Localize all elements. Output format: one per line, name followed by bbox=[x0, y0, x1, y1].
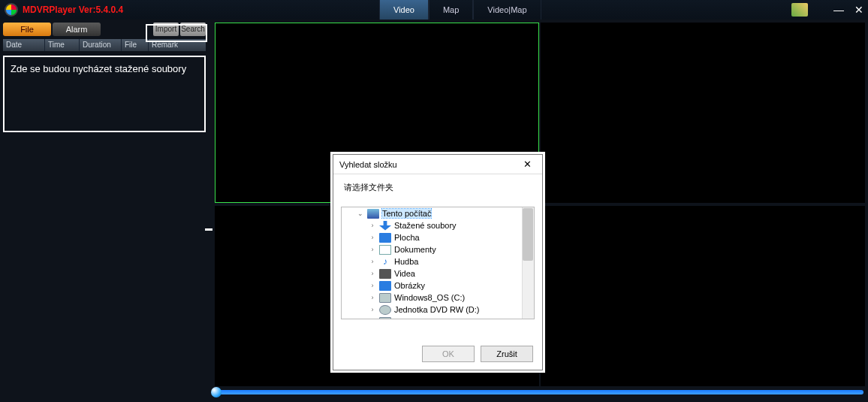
computer-icon bbox=[367, 209, 379, 219]
side-panel: File Alarm Import Search Date Time Durat… bbox=[3, 23, 206, 132]
col-time[interactable]: Time bbox=[45, 39, 80, 51]
minimize-button[interactable]: — bbox=[833, 5, 844, 15]
dialog-close-button[interactable]: ✕ bbox=[519, 157, 536, 171]
drive-icon bbox=[379, 293, 391, 303]
documents-icon bbox=[379, 245, 391, 255]
file-list-header: Date Time Duration File Remark bbox=[3, 39, 206, 51]
drive-icon bbox=[379, 317, 391, 320]
sidetab-file[interactable]: File bbox=[3, 23, 51, 36]
tree-item[interactable]: Videa bbox=[394, 269, 415, 278]
tree-item[interactable]: Hudba bbox=[394, 257, 418, 266]
playback-progress[interactable] bbox=[215, 387, 863, 397]
tree-item[interactable]: Obrázky bbox=[394, 281, 425, 290]
music-icon: ♪ bbox=[379, 257, 391, 267]
sidetab-alarm[interactable]: Alarm bbox=[53, 23, 101, 36]
downloads-icon bbox=[379, 221, 391, 231]
progress-track[interactable] bbox=[215, 390, 863, 394]
pictures-icon bbox=[379, 281, 391, 291]
expand-icon[interactable]: › bbox=[369, 270, 376, 277]
tab-map[interactable]: Map bbox=[429, 0, 473, 20]
expand-icon[interactable]: ⌄ bbox=[357, 210, 364, 217]
tree-scrollbar[interactable] bbox=[522, 207, 534, 319]
dvd-drive-icon bbox=[379, 305, 391, 315]
dialog-cancel-button[interactable]: Zrušit bbox=[481, 346, 533, 362]
expand-icon[interactable]: › bbox=[369, 282, 376, 289]
split-handle[interactable] bbox=[205, 228, 212, 231]
file-list-note: Zde se budou nycházet stažené soubory bbox=[3, 56, 206, 132]
folder-browse-dialog: Vyhledat složku ✕ 请选择文件夹 ⌄ Tento počítač… bbox=[333, 154, 543, 370]
col-duration[interactable]: Duration bbox=[80, 39, 122, 51]
search-button[interactable]: Search bbox=[180, 23, 206, 36]
expand-icon[interactable]: › bbox=[369, 294, 376, 301]
app-logo-icon bbox=[5, 3, 18, 17]
col-date[interactable]: Date bbox=[3, 39, 45, 51]
tree-item[interactable]: Jednotka DVD RW (D:) bbox=[394, 305, 480, 314]
expand-icon[interactable]: › bbox=[369, 234, 376, 241]
tree-item[interactable]: Windows8_OS (C:) bbox=[394, 293, 465, 302]
view-tabs: Video Map Video|Map bbox=[379, 0, 541, 20]
col-file[interactable]: File bbox=[122, 39, 149, 51]
expand-icon[interactable]: › bbox=[369, 318, 376, 319]
desktop-icon bbox=[379, 233, 391, 243]
import-button[interactable]: Import bbox=[153, 23, 179, 36]
folder-tree[interactable]: ⌄ Tento počítač ›Stažené soubory ›Plocha… bbox=[341, 207, 535, 319]
expand-icon[interactable]: › bbox=[369, 246, 376, 253]
expand-icon[interactable]: › bbox=[369, 222, 376, 229]
tab-video[interactable]: Video bbox=[379, 0, 429, 20]
tree-item[interactable]: Dokumenty bbox=[394, 245, 436, 254]
tree-item[interactable]: Plocha bbox=[394, 233, 420, 242]
close-button[interactable]: ✕ bbox=[854, 5, 863, 15]
video-pane-2[interactable] bbox=[541, 23, 865, 203]
app-title: MDVRPlayer Ver:5.4.0.4 bbox=[23, 5, 123, 15]
dialog-title: Vyhledat složku bbox=[339, 160, 397, 169]
video-pane-4[interactable] bbox=[541, 206, 865, 386]
title-bar: MDVRPlayer Ver:5.4.0.4 Video Map Video|M… bbox=[0, 0, 868, 20]
map-icon[interactable] bbox=[791, 3, 808, 17]
expand-icon[interactable]: › bbox=[369, 306, 376, 313]
scrollbar-thumb[interactable] bbox=[523, 208, 533, 261]
expand-icon[interactable]: › bbox=[369, 258, 376, 265]
dialog-ok-button[interactable]: OK bbox=[422, 346, 475, 362]
videos-icon bbox=[379, 269, 391, 279]
dialog-message: 请选择文件夹 bbox=[333, 174, 542, 198]
tree-root[interactable]: Tento počítač bbox=[382, 209, 431, 218]
col-remark[interactable]: Remark bbox=[149, 39, 206, 51]
tree-item[interactable]: Stažené soubory bbox=[394, 221, 457, 230]
progress-knob[interactable] bbox=[211, 387, 222, 397]
tree-item[interactable]: Firemní data (O:) bbox=[394, 317, 457, 319]
tab-videomap[interactable]: Video|Map bbox=[473, 0, 541, 20]
